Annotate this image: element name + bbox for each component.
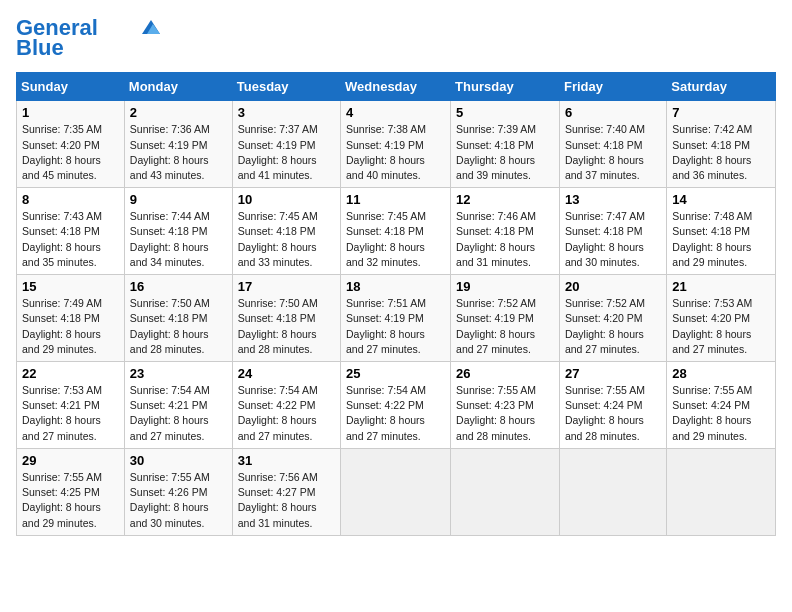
week-row-3: 15Sunrise: 7:49 AM Sunset: 4:18 PM Dayli…	[17, 275, 776, 362]
day-cell: 24Sunrise: 7:54 AM Sunset: 4:22 PM Dayli…	[232, 362, 340, 449]
day-cell	[341, 448, 451, 535]
logo-icon	[142, 20, 160, 34]
day-number: 19	[456, 279, 554, 294]
col-header-monday: Monday	[124, 73, 232, 101]
day-cell: 26Sunrise: 7:55 AM Sunset: 4:23 PM Dayli…	[451, 362, 560, 449]
day-number: 23	[130, 366, 227, 381]
day-number: 11	[346, 192, 445, 207]
day-number: 12	[456, 192, 554, 207]
day-info: Sunrise: 7:52 AM Sunset: 4:19 PM Dayligh…	[456, 296, 554, 357]
day-cell: 11Sunrise: 7:45 AM Sunset: 4:18 PM Dayli…	[341, 188, 451, 275]
day-info: Sunrise: 7:56 AM Sunset: 4:27 PM Dayligh…	[238, 470, 335, 531]
day-cell: 29Sunrise: 7:55 AM Sunset: 4:25 PM Dayli…	[17, 448, 125, 535]
day-cell: 31Sunrise: 7:56 AM Sunset: 4:27 PM Dayli…	[232, 448, 340, 535]
day-cell: 13Sunrise: 7:47 AM Sunset: 4:18 PM Dayli…	[559, 188, 666, 275]
day-number: 25	[346, 366, 445, 381]
day-number: 24	[238, 366, 335, 381]
day-cell: 10Sunrise: 7:45 AM Sunset: 4:18 PM Dayli…	[232, 188, 340, 275]
day-info: Sunrise: 7:55 AM Sunset: 4:26 PM Dayligh…	[130, 470, 227, 531]
day-info: Sunrise: 7:45 AM Sunset: 4:18 PM Dayligh…	[346, 209, 445, 270]
day-info: Sunrise: 7:42 AM Sunset: 4:18 PM Dayligh…	[672, 122, 770, 183]
day-number: 9	[130, 192, 227, 207]
day-info: Sunrise: 7:46 AM Sunset: 4:18 PM Dayligh…	[456, 209, 554, 270]
day-info: Sunrise: 7:47 AM Sunset: 4:18 PM Dayligh…	[565, 209, 661, 270]
day-number: 21	[672, 279, 770, 294]
day-cell: 16Sunrise: 7:50 AM Sunset: 4:18 PM Dayli…	[124, 275, 232, 362]
day-number: 3	[238, 105, 335, 120]
day-cell: 22Sunrise: 7:53 AM Sunset: 4:21 PM Dayli…	[17, 362, 125, 449]
day-cell: 15Sunrise: 7:49 AM Sunset: 4:18 PM Dayli…	[17, 275, 125, 362]
col-header-saturday: Saturday	[667, 73, 776, 101]
day-info: Sunrise: 7:51 AM Sunset: 4:19 PM Dayligh…	[346, 296, 445, 357]
day-cell: 19Sunrise: 7:52 AM Sunset: 4:19 PM Dayli…	[451, 275, 560, 362]
day-info: Sunrise: 7:54 AM Sunset: 4:21 PM Dayligh…	[130, 383, 227, 444]
day-number: 22	[22, 366, 119, 381]
day-info: Sunrise: 7:39 AM Sunset: 4:18 PM Dayligh…	[456, 122, 554, 183]
day-number: 4	[346, 105, 445, 120]
day-number: 27	[565, 366, 661, 381]
day-number: 31	[238, 453, 335, 468]
day-cell: 8Sunrise: 7:43 AM Sunset: 4:18 PM Daylig…	[17, 188, 125, 275]
day-number: 10	[238, 192, 335, 207]
day-info: Sunrise: 7:44 AM Sunset: 4:18 PM Dayligh…	[130, 209, 227, 270]
day-number: 18	[346, 279, 445, 294]
day-number: 15	[22, 279, 119, 294]
day-info: Sunrise: 7:52 AM Sunset: 4:20 PM Dayligh…	[565, 296, 661, 357]
day-info: Sunrise: 7:37 AM Sunset: 4:19 PM Dayligh…	[238, 122, 335, 183]
day-number: 2	[130, 105, 227, 120]
day-info: Sunrise: 7:54 AM Sunset: 4:22 PM Dayligh…	[238, 383, 335, 444]
day-info: Sunrise: 7:50 AM Sunset: 4:18 PM Dayligh…	[130, 296, 227, 357]
day-number: 26	[456, 366, 554, 381]
col-header-thursday: Thursday	[451, 73, 560, 101]
day-cell: 21Sunrise: 7:53 AM Sunset: 4:20 PM Dayli…	[667, 275, 776, 362]
day-info: Sunrise: 7:53 AM Sunset: 4:20 PM Dayligh…	[672, 296, 770, 357]
day-cell: 18Sunrise: 7:51 AM Sunset: 4:19 PM Dayli…	[341, 275, 451, 362]
day-number: 13	[565, 192, 661, 207]
week-row-4: 22Sunrise: 7:53 AM Sunset: 4:21 PM Dayli…	[17, 362, 776, 449]
day-number: 14	[672, 192, 770, 207]
day-number: 30	[130, 453, 227, 468]
day-cell: 17Sunrise: 7:50 AM Sunset: 4:18 PM Dayli…	[232, 275, 340, 362]
day-info: Sunrise: 7:43 AM Sunset: 4:18 PM Dayligh…	[22, 209, 119, 270]
day-cell: 12Sunrise: 7:46 AM Sunset: 4:18 PM Dayli…	[451, 188, 560, 275]
day-number: 5	[456, 105, 554, 120]
day-cell: 20Sunrise: 7:52 AM Sunset: 4:20 PM Dayli…	[559, 275, 666, 362]
day-number: 6	[565, 105, 661, 120]
day-cell: 5Sunrise: 7:39 AM Sunset: 4:18 PM Daylig…	[451, 101, 560, 188]
day-info: Sunrise: 7:55 AM Sunset: 4:24 PM Dayligh…	[565, 383, 661, 444]
day-cell	[451, 448, 560, 535]
col-header-sunday: Sunday	[17, 73, 125, 101]
day-cell: 4Sunrise: 7:38 AM Sunset: 4:19 PM Daylig…	[341, 101, 451, 188]
day-cell	[559, 448, 666, 535]
day-info: Sunrise: 7:45 AM Sunset: 4:18 PM Dayligh…	[238, 209, 335, 270]
day-number: 29	[22, 453, 119, 468]
col-header-wednesday: Wednesday	[341, 73, 451, 101]
week-row-2: 8Sunrise: 7:43 AM Sunset: 4:18 PM Daylig…	[17, 188, 776, 275]
day-info: Sunrise: 7:55 AM Sunset: 4:24 PM Dayligh…	[672, 383, 770, 444]
logo: General Blue	[16, 16, 160, 60]
day-cell: 25Sunrise: 7:54 AM Sunset: 4:22 PM Dayli…	[341, 362, 451, 449]
day-cell: 23Sunrise: 7:54 AM Sunset: 4:21 PM Dayli…	[124, 362, 232, 449]
col-header-tuesday: Tuesday	[232, 73, 340, 101]
calendar-table: SundayMondayTuesdayWednesdayThursdayFrid…	[16, 72, 776, 535]
day-info: Sunrise: 7:55 AM Sunset: 4:23 PM Dayligh…	[456, 383, 554, 444]
day-info: Sunrise: 7:40 AM Sunset: 4:18 PM Dayligh…	[565, 122, 661, 183]
day-number: 28	[672, 366, 770, 381]
day-number: 20	[565, 279, 661, 294]
day-info: Sunrise: 7:35 AM Sunset: 4:20 PM Dayligh…	[22, 122, 119, 183]
day-cell: 2Sunrise: 7:36 AM Sunset: 4:19 PM Daylig…	[124, 101, 232, 188]
day-info: Sunrise: 7:36 AM Sunset: 4:19 PM Dayligh…	[130, 122, 227, 183]
day-info: Sunrise: 7:54 AM Sunset: 4:22 PM Dayligh…	[346, 383, 445, 444]
week-row-1: 1Sunrise: 7:35 AM Sunset: 4:20 PM Daylig…	[17, 101, 776, 188]
day-cell: 6Sunrise: 7:40 AM Sunset: 4:18 PM Daylig…	[559, 101, 666, 188]
day-number: 8	[22, 192, 119, 207]
day-info: Sunrise: 7:48 AM Sunset: 4:18 PM Dayligh…	[672, 209, 770, 270]
day-info: Sunrise: 7:38 AM Sunset: 4:19 PM Dayligh…	[346, 122, 445, 183]
week-row-5: 29Sunrise: 7:55 AM Sunset: 4:25 PM Dayli…	[17, 448, 776, 535]
day-number: 16	[130, 279, 227, 294]
day-cell: 1Sunrise: 7:35 AM Sunset: 4:20 PM Daylig…	[17, 101, 125, 188]
day-cell	[667, 448, 776, 535]
day-cell: 30Sunrise: 7:55 AM Sunset: 4:26 PM Dayli…	[124, 448, 232, 535]
col-header-friday: Friday	[559, 73, 666, 101]
day-info: Sunrise: 7:49 AM Sunset: 4:18 PM Dayligh…	[22, 296, 119, 357]
